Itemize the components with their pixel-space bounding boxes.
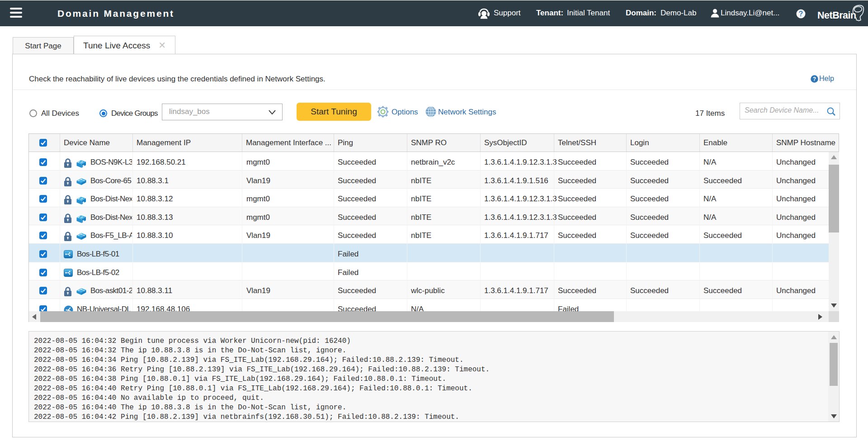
svg-text:NetBrain: NetBrain [817,10,856,21]
svg-text:?: ? [813,76,816,82]
svg-text:?: ? [799,10,803,18]
